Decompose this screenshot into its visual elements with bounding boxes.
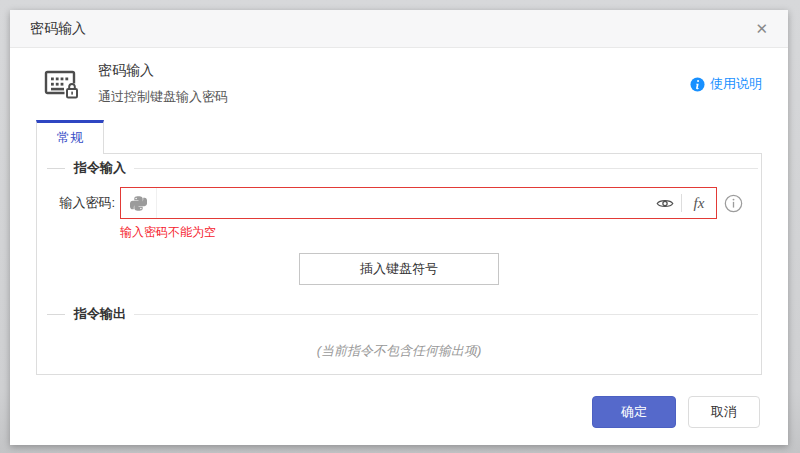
password-input[interactable] [157,188,649,218]
dialog-footer: 确定 取消 [592,396,760,428]
general-tab-panel: 指令输入 输入密码: [36,153,762,375]
close-icon[interactable]: ✕ [753,19,770,38]
no-output-message: (当前指令不包含任何输出项) [37,342,761,360]
keyboard-lock-icon [44,68,80,100]
input-section-legend: 指令输入 [74,159,126,177]
password-row: 输入密码: fx [37,187,761,219]
tab-bar: 常规 [10,120,788,153]
python-icon[interactable] [121,188,157,218]
output-section-header: 指令输出 [37,306,761,322]
usage-help-label: 使用说明 [710,75,762,93]
desktop-background: { "dialog": { "title": "密码输入", "header":… [0,0,800,453]
field-info-icon[interactable] [724,194,743,213]
dialog-title: 密码输入 [30,20,86,38]
legend-dash [47,168,65,169]
validation-error: 输入密码不能为空 [120,224,761,241]
tab-general[interactable]: 常规 [36,120,104,154]
fx-expression-button[interactable]: fx [682,195,716,212]
output-section-legend: 指令输出 [74,305,126,323]
cancel-button[interactable]: 取消 [688,396,760,428]
eye-icon[interactable] [649,197,681,210]
command-info: 密码输入 通过控制键盘输入密码 [98,62,228,106]
legend-line [134,314,758,315]
command-title: 密码输入 [98,62,228,80]
legend-dash [47,314,65,315]
command-header: 密码输入 通过控制键盘输入密码 使用说明 [10,48,788,106]
info-icon [690,77,705,92]
password-input-dialog: 密码输入 ✕ 密码输入 通过控制键盘输入密码 [10,10,788,445]
command-subtitle: 通过控制键盘输入密码 [98,88,228,106]
legend-line [134,168,758,169]
usage-help-link[interactable]: 使用说明 [690,75,762,93]
password-label: 输入密码: [47,194,115,212]
password-field: fx [120,187,717,219]
insert-row: 插入键盘符号 [37,253,761,285]
dialog-titlebar: 密码输入 ✕ [10,10,788,48]
confirm-button[interactable]: 确定 [592,396,676,428]
insert-keyboard-symbol-button[interactable]: 插入键盘符号 [299,253,499,285]
input-section-header: 指令输入 [37,160,761,176]
